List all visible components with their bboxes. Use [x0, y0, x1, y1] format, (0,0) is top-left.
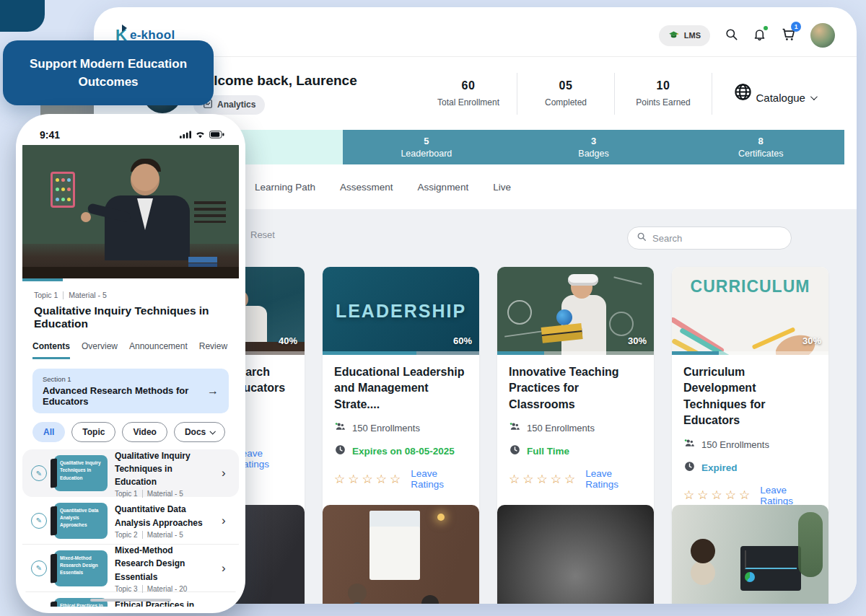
catalogue-dropdown[interactable]: Catalogue	[712, 82, 836, 105]
material-status-icon: ✎	[31, 465, 47, 481]
section-card[interactable]: Section 1 Advanced Research Methods for …	[32, 369, 229, 413]
chip-topic[interactable]: Topic	[71, 422, 115, 442]
search-button[interactable]	[725, 27, 738, 44]
leave-ratings-link[interactable]: Leave Ratings	[411, 468, 468, 490]
tab-review[interactable]: Review	[199, 341, 227, 359]
phone-screen: 9:41 Topic 1 Material - 5 Qu	[22, 120, 239, 607]
chip-all[interactable]: All	[32, 422, 65, 442]
people-icon	[334, 421, 346, 436]
people-icon	[683, 437, 696, 452]
course-status: Expired	[701, 462, 738, 473]
signal-icon	[180, 128, 191, 141]
material-status-icon: ✎	[31, 513, 47, 529]
material-status-icon: ✎	[31, 560, 47, 576]
chevron-right-icon: ›	[222, 514, 230, 528]
material-item[interactable]: ✎ Mixed-Method Research Design Essential…	[22, 545, 239, 592]
arrow-right-icon[interactable]: →	[207, 384, 219, 397]
course-image: LEADERSHIP 60%	[323, 267, 479, 355]
user-avatar[interactable]	[810, 23, 835, 48]
battery-icon	[209, 128, 224, 141]
progress-percent: 40%	[279, 335, 297, 346]
section-label: Section 1	[43, 375, 207, 383]
material-item[interactable]: ✎ Qualitative Inquiry Techniques in Educ…	[22, 449, 239, 497]
course-card[interactable]: CURRICULUM 30% Curriculum Development Te…	[672, 267, 828, 519]
enrollments-text: 150 Enrollments	[352, 423, 420, 434]
search-icon	[637, 232, 647, 245]
material-thumbnail: Quantitative Data Analysis Approaches	[54, 503, 108, 539]
progress-bar	[497, 351, 544, 355]
rating-stars[interactable]: ☆☆☆☆☆	[334, 472, 403, 487]
course-image: 30%	[497, 267, 654, 355]
leave-ratings-link[interactable]: Leave Ratings	[760, 485, 817, 506]
home-indicator[interactable]	[90, 599, 171, 602]
chevron-right-icon: ›	[222, 561, 230, 576]
banner-item-badges[interactable]: 3 Badges	[510, 130, 678, 164]
progress-bar	[323, 351, 416, 355]
course-card[interactable]	[323, 505, 479, 604]
tab-announcement[interactable]: Announcement	[129, 341, 188, 359]
chevron-down-icon	[810, 93, 818, 100]
course-image	[323, 505, 479, 604]
stat-completed: 05 Completed	[517, 79, 614, 107]
course-title: Curriculum Development Techniques for Ed…	[683, 364, 817, 429]
lesson-tabs: Contents Overview Announcement Review Co	[22, 341, 239, 359]
lesson-meta: Topic 1 Material - 5	[22, 281, 239, 299]
progress-percent: 60%	[453, 335, 472, 346]
tab-assessment[interactable]: Assessment	[340, 182, 393, 193]
stat-total-enrollment: 60 Total Enrollment	[420, 79, 517, 107]
course-card[interactable]: LEADERSHIP 60% Educational Leadership an…	[323, 267, 479, 519]
tab-overview[interactable]: Overview	[82, 341, 118, 359]
search-input[interactable]	[652, 233, 782, 244]
material-item[interactable]: ✎ Quantitative Data Analysis Approaches …	[22, 497, 239, 545]
cart-count-badge: 1	[791, 22, 801, 32]
course-card[interactable]	[672, 505, 828, 604]
tab-learning-path[interactable]: Learning Path	[255, 182, 315, 193]
tab-live[interactable]: Live	[493, 182, 511, 193]
reset-filters-button[interactable]: Reset	[250, 229, 275, 240]
leave-ratings-link[interactable]: Leave Ratings	[585, 468, 642, 490]
material-thumbnail: Qualitative Inquiry Techniques in Educat…	[54, 455, 108, 491]
lms-badge[interactable]: LMS	[659, 25, 710, 46]
course-image	[497, 505, 654, 604]
rating-stars[interactable]: ☆☆☆☆☆	[509, 472, 578, 487]
material-meta: Topic 2Material - 5	[115, 531, 214, 539]
notifications-button[interactable]	[753, 27, 766, 44]
rating-stars[interactable]: ☆☆☆☆☆	[683, 488, 753, 503]
notification-dot	[764, 26, 768, 30]
course-card[interactable]: 30% Innovative Teaching Practices for Cl…	[497, 267, 654, 519]
tab-contents[interactable]: Contents	[32, 341, 70, 359]
stat-points-earned: 10 Points Earned	[615, 79, 712, 107]
lesson-video-player[interactable]	[22, 145, 239, 278]
filter-chips: All Topic Video Docs Asse	[32, 422, 229, 442]
course-image: CURRICULUM 30%	[672, 267, 828, 355]
material-meta: Topic 3Material - 20	[115, 585, 214, 593]
banner-item-certificates[interactable]: 8 Certificates	[677, 130, 844, 164]
course-card[interactable]	[497, 505, 654, 604]
course-search	[627, 226, 792, 250]
clock-icon	[683, 460, 696, 475]
enrollments-text: 150 Enrollments	[701, 439, 769, 450]
analytics-label: Analytics	[217, 100, 255, 110]
catalogue-label: Catalogue	[756, 92, 805, 104]
cart-button[interactable]: 1	[781, 27, 796, 45]
chip-video[interactable]: Video	[122, 422, 167, 442]
material-title: Quantitative Data Analysis Approaches	[115, 504, 203, 527]
search-icon	[725, 27, 738, 44]
banner-item-leaderboard[interactable]: 5 Leaderboard	[343, 130, 510, 164]
abacus-prop	[51, 172, 75, 208]
phone-frame: 9:41 Topic 1 Material - 5 Qu	[16, 114, 245, 613]
material-title: Mixed-Method Research Design Essentials	[115, 545, 185, 581]
material-thumbnail: Mixed-Method Research Design Essentials	[54, 550, 108, 586]
people-icon	[509, 421, 521, 436]
chip-docs[interactable]: Docs	[174, 422, 225, 442]
wifi-icon	[195, 128, 206, 141]
clock-icon	[334, 444, 346, 459]
section-title: Advanced Research Methods for Educators	[43, 385, 207, 407]
status-time: 9:41	[40, 129, 60, 141]
welcome-greeting: Welcome back, Laurence	[193, 73, 357, 89]
clock-icon	[509, 444, 521, 459]
progress-percent: 30%	[802, 335, 821, 346]
course-title: Educational Leadership and Management St…	[334, 364, 468, 413]
course-image-text: CURRICULUM	[691, 277, 810, 296]
tab-assignment[interactable]: Assignment	[418, 182, 469, 193]
